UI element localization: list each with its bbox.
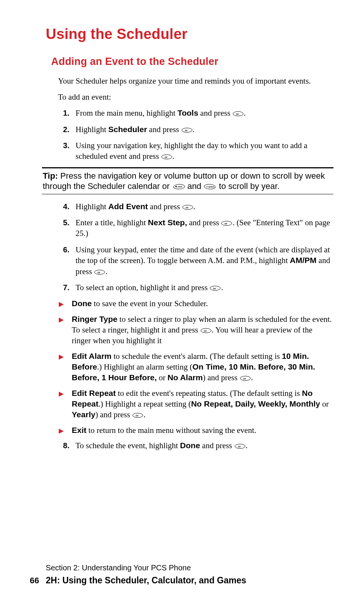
step-number: 4. <box>53 201 76 212</box>
bold-term: No Repeat, Daily, Weekly, Monthly <box>191 399 320 408</box>
bold-term: Tools <box>177 108 198 117</box>
bullet-arrow-icon: ▶ <box>59 425 72 436</box>
svg-text:OK: OK <box>98 271 101 273</box>
bullet-arrow-icon: ▶ <box>59 351 72 383</box>
tip-body: Press the navigation key or volume butto… <box>43 171 325 191</box>
svg-text:OK: OK <box>236 113 239 115</box>
svg-text:✱ shift: ✱ shift <box>175 186 182 188</box>
ok-key-icon: OK <box>234 440 246 451</box>
option-lead: Edit Alarm <box>72 352 111 360</box>
bold-term: Scheduler <box>108 125 147 134</box>
step-text: Highlight Scheduler and press OK. <box>76 124 333 135</box>
step-list-b2: 8.To schedule the event, highlight Done … <box>53 440 333 451</box>
step-item: 1.From the main menu, highlight Tools an… <box>53 108 333 118</box>
step-text: Using your navigation key, highlight the… <box>76 140 333 162</box>
star-key-icon: ✱ shift <box>172 181 185 192</box>
bold-term: Add Event <box>108 202 148 211</box>
step-text: Highlight Add Event and press OK. <box>76 201 333 212</box>
ok-key-icon: OK <box>232 108 244 118</box>
step-item: 6.Using your keypad, enter the time and … <box>53 244 333 277</box>
ok-key-icon: OK <box>240 372 251 383</box>
option-text: Edit Alarm to schedule the event's alarm… <box>72 351 333 383</box>
bold-term: No Alarm <box>168 373 203 382</box>
section-heading: Adding an Event to the Scheduler <box>51 55 333 68</box>
step-number: 5. <box>53 217 76 239</box>
svg-text:OK: OK <box>185 129 188 131</box>
tip-box: Tip: Press the navigation key or volume … <box>42 167 333 194</box>
option-text: Exit to return to the main menu without … <box>72 425 333 436</box>
step-number: 3. <box>53 140 76 162</box>
bullet-arrow-icon: ▶ <box>59 314 72 346</box>
ok-key-icon: OK <box>181 124 193 135</box>
option-item: ▶Exit to return to the main menu without… <box>59 425 333 436</box>
footer-section-label: Section 2: Understanding Your PCS Phone <box>46 563 333 573</box>
step-item: 3.Using your navigation key, highlight t… <box>53 140 333 162</box>
intro-paragraph-2: To add an event: <box>58 92 333 102</box>
step-list-b1: 4.Highlight Add Event and press OK.5.Ent… <box>53 201 333 293</box>
step-item: 8.To schedule the event, highlight Done … <box>53 440 333 451</box>
ok-key-icon: OK <box>161 151 172 161</box>
step-text: To select an option, highlight it and pr… <box>76 282 333 293</box>
option-lead: Exit <box>72 426 87 434</box>
page-number: 66 <box>30 575 46 586</box>
step-text: To schedule the event, highlight Done an… <box>76 440 333 451</box>
bold-term: Done <box>180 441 200 450</box>
step-text: Using your keypad, enter the time and da… <box>76 244 333 277</box>
manual-page: Using the Scheduler Adding an Event to t… <box>0 0 364 607</box>
option-item: ▶Done to save the event in your Schedule… <box>59 298 333 309</box>
ok-key-icon: OK <box>221 217 232 228</box>
option-list: ▶Done to save the event in your Schedule… <box>59 298 333 436</box>
svg-text:OK: OK <box>135 415 139 417</box>
option-lead: Edit Repeat <box>72 389 116 397</box>
bold-term: Next Step, <box>148 218 187 227</box>
step-item: 7.To select an option, highlight it and … <box>53 282 333 293</box>
ok-key-icon: OK <box>132 409 143 420</box>
intro-paragraph-1: Your Scheduler helps organize your time … <box>58 76 333 86</box>
step-number: 1. <box>53 108 76 118</box>
option-text: Done to save the event in your Scheduler… <box>72 298 333 309</box>
svg-text:OK: OK <box>243 378 246 380</box>
step-list-a: 1.From the main menu, highlight Tools an… <box>53 108 333 161</box>
step-text: From the main menu, highlight Tools and … <box>76 108 333 118</box>
svg-text:# space: # space <box>206 186 214 188</box>
bold-term: AM/PM <box>290 256 317 265</box>
svg-text:OK: OK <box>185 206 188 208</box>
step-number: 6. <box>53 244 76 277</box>
option-item: ▶Edit Repeat to edit the event's repeati… <box>59 388 333 420</box>
bullet-arrow-icon: ▶ <box>59 298 72 309</box>
step-number: 8. <box>53 440 76 451</box>
step-number: 7. <box>53 282 76 293</box>
svg-text:OK: OK <box>225 223 228 225</box>
option-item: ▶Ringer Type to select a ringer to play … <box>59 314 333 346</box>
option-lead: Done <box>72 299 92 308</box>
step-number: 2. <box>53 124 76 135</box>
option-text: Ringer Type to select a ringer to play w… <box>72 314 333 346</box>
page-title: Using the Scheduler <box>46 24 333 44</box>
tip-label: Tip: <box>43 171 58 181</box>
ok-key-icon: OK <box>182 201 193 212</box>
option-lead: Ringer Type <box>72 315 118 323</box>
option-text: Edit Repeat to edit the event's repeatin… <box>72 388 333 420</box>
bullet-arrow-icon: ▶ <box>59 388 72 420</box>
ok-key-icon: OK <box>200 324 212 335</box>
step-text: Enter a title, highlight Next Step, and … <box>76 217 333 239</box>
svg-text:OK: OK <box>238 445 241 447</box>
step-item: 4.Highlight Add Event and press OK. <box>53 201 333 212</box>
option-item: ▶Edit Alarm to schedule the event's alar… <box>59 351 333 383</box>
svg-text:OK: OK <box>164 156 168 158</box>
footer-chapter-title: 2H: Using the Scheduler, Calculator, and… <box>46 575 246 586</box>
page-footer: Section 2: Understanding Your PCS Phone … <box>30 563 333 586</box>
svg-text:OK: OK <box>204 329 207 332</box>
pound-key-icon: # space <box>204 181 217 192</box>
bold-term: Yearly <box>72 410 95 419</box>
svg-text:OK: OK <box>213 287 216 289</box>
step-item: 5.Enter a title, highlight Next Step, an… <box>53 217 333 239</box>
ok-key-icon: OK <box>209 282 221 293</box>
step-item: 2.Highlight Scheduler and press OK. <box>53 124 333 135</box>
ok-key-icon: OK <box>94 266 105 277</box>
